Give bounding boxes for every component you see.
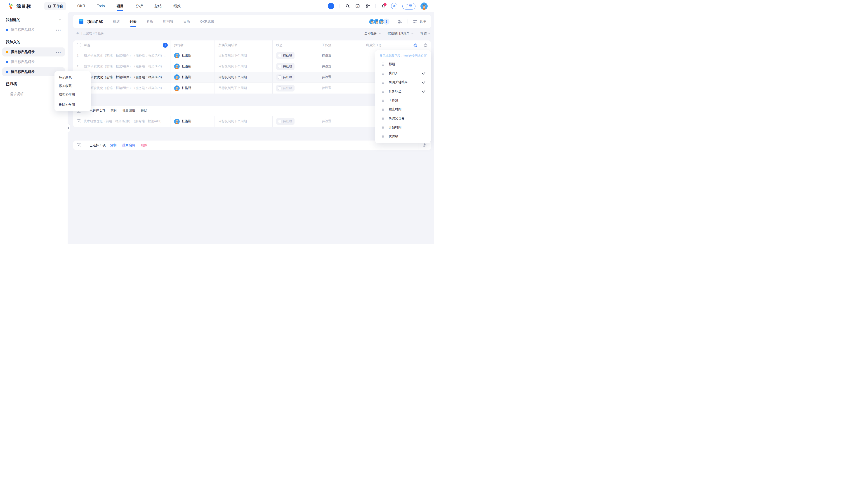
status-checkbox[interactable] (278, 75, 281, 79)
status-pill[interactable]: 待处理 (276, 74, 294, 80)
field-item-executor[interactable]: 执行人 (375, 69, 431, 78)
user-avatar[interactable] (421, 2, 428, 10)
sidebar-collapse-button[interactable] (67, 124, 70, 132)
drag-handle-icon[interactable] (382, 108, 384, 111)
notification-dot (384, 3, 386, 6)
field-panel-hint: 显示或隐藏字段，拖动改变列表位置 (375, 53, 431, 60)
drag-handle-icon[interactable] (382, 99, 384, 102)
status-checkbox[interactable] (278, 87, 281, 90)
menu-item-add-favorite[interactable]: 添加收藏 (55, 82, 91, 90)
field-item-key-result[interactable]: 所属关键结果 (375, 78, 431, 87)
add-member-icon[interactable] (365, 4, 370, 8)
task-filter-dropdown[interactable]: 全部任务 (364, 31, 381, 35)
delete-button[interactable]: 删除 (141, 109, 147, 113)
workflow-value[interactable]: 待设置 (322, 54, 331, 58)
status-pill[interactable]: 待处理 (276, 52, 294, 59)
tab-calendar[interactable]: 日历 (183, 15, 190, 28)
status-checkbox[interactable] (278, 120, 281, 123)
filter-dropdown[interactable]: 筛选 (421, 31, 431, 35)
drag-handle-icon[interactable] (382, 90, 384, 93)
invite-button[interactable]: 邀 (391, 3, 397, 9)
tab-overview[interactable]: 概述 (113, 15, 120, 28)
sliders-icon[interactable] (413, 19, 418, 24)
circle-label: 源目标产品研发 (11, 28, 35, 32)
nav-analysis[interactable]: 分析 (135, 0, 143, 12)
column-settings-icon-active[interactable] (413, 43, 417, 47)
drag-handle-icon[interactable] (382, 135, 384, 138)
field-item-workflow[interactable]: 工作流 (375, 96, 431, 105)
select-all-checkbox[interactable] (77, 43, 81, 47)
status-checkbox[interactable] (278, 65, 281, 68)
tab-list[interactable]: 列表 (130, 15, 136, 28)
tab-okr-results[interactable]: OKR成果 (200, 15, 214, 28)
calendar-icon[interactable]: 7 (355, 4, 360, 8)
field-item-title[interactable]: 标题 (375, 60, 431, 69)
bulk-edit-button[interactable]: 批量编辑 (123, 109, 135, 113)
workspace-button[interactable]: 工作台 (44, 2, 66, 10)
app-logo[interactable]: 源目标 (8, 3, 31, 9)
field-item-start-time[interactable]: 开始时间 (375, 123, 431, 132)
field-item-priority[interactable]: 优先级 (375, 132, 431, 141)
create-button[interactable]: + (328, 3, 334, 9)
member-avatars[interactable]: 3 (369, 19, 390, 25)
add-task-button[interactable]: + (163, 43, 168, 48)
nav-todo[interactable]: Todo (97, 1, 105, 11)
tab-board[interactable]: 看板 (147, 15, 153, 28)
task-title[interactable]: 技术研发优化（前端：框架/组件）（服务端：框架/API）... (84, 119, 166, 123)
topbar: 源目标 工作台 OKR Todo 项目 分析 总结 绩效 + 7 (0, 0, 434, 12)
section-title: 我创建的 (6, 18, 20, 22)
field-item-due-time[interactable]: 截止时间 (375, 105, 431, 114)
tab-timeline[interactable]: 时间轴 (163, 15, 174, 28)
drag-handle-icon[interactable] (382, 117, 384, 120)
copy-button[interactable]: 复制 (110, 143, 117, 147)
nav-summary[interactable]: 总结 (154, 0, 162, 12)
status-pill[interactable]: 待处理 (276, 63, 294, 70)
status-pill[interactable]: 待处理 (276, 85, 294, 92)
workflow-value[interactable]: 待设置 (322, 64, 331, 68)
menu-item-mark-color[interactable]: 标记颜色 (55, 73, 91, 82)
nav-project[interactable]: 项目 (116, 0, 124, 12)
sidebar-item-circle[interactable]: 源目标产品研发 ●●● (2, 47, 65, 57)
bulk-edit-button[interactable]: 批量编辑 (123, 143, 135, 147)
sort-dropdown[interactable]: 按创建日期最早 (388, 31, 414, 35)
upgrade-label: 升级 (406, 4, 412, 8)
sidebar-item-circle[interactable]: 源目标产品研发 ●●● (2, 25, 65, 34)
workflow-value[interactable]: 待设置 (322, 119, 331, 123)
check-icon (422, 71, 426, 75)
task-title[interactable]: 技术研发优化（前端：框架/组件）（服务端：框架/API）... (84, 64, 166, 68)
copy-button[interactable]: 复制 (110, 109, 117, 113)
drag-handle-icon[interactable] (382, 80, 384, 84)
col-key-result: 所属关键结果 (218, 43, 237, 47)
task-title[interactable]: 技术研发优化（前端：框架/组件）（服务端：框架/API）... (84, 54, 166, 58)
status-pill[interactable]: 待处理 (276, 118, 294, 125)
field-item-task-status[interactable]: 任务状态 (375, 87, 431, 96)
col-executor: 执行者 (174, 43, 184, 47)
nav-performance[interactable]: 绩效 (174, 0, 181, 12)
notifications-button[interactable] (381, 4, 386, 8)
home-icon (48, 4, 52, 8)
field-item-parent-task[interactable]: 所属父任务 (375, 114, 431, 123)
menu-item-delete-circle[interactable]: 删除协作圈 (55, 101, 91, 109)
workflow-value[interactable]: 待设置 (322, 86, 331, 90)
add-circle-icon[interactable]: + (59, 18, 61, 23)
drag-handle-icon[interactable] (382, 63, 384, 66)
members-icon[interactable] (397, 19, 403, 24)
menu-button[interactable]: 菜单 (420, 20, 426, 24)
row-checkbox[interactable] (77, 119, 81, 123)
more-icon[interactable]: ●●● (56, 51, 61, 53)
status-checkbox[interactable] (278, 54, 281, 57)
selected-checkbox[interactable] (77, 143, 81, 147)
nav-okr[interactable]: OKR (77, 1, 85, 11)
more-icon[interactable]: ●●● (56, 29, 61, 31)
search-icon[interactable] (345, 4, 350, 8)
delete-button[interactable]: 删除 (141, 143, 147, 147)
task-title[interactable]: 技术研发优化（前端：框架/组件）（服务端：框架/API）... (84, 86, 166, 90)
task-title[interactable]: 技术研发优化（前端：框架/组件）（服务端：框架/API）... (84, 75, 166, 79)
workflow-value[interactable]: 待设置 (322, 75, 331, 79)
upgrade-button[interactable]: 升级 (402, 3, 415, 9)
drag-handle-icon[interactable] (382, 72, 384, 75)
menu-item-archive-circle[interactable]: 归档协作圈 (55, 90, 91, 99)
drag-handle-icon[interactable] (382, 126, 384, 129)
sidebar-item-circle[interactable]: 源目标产品研发 (2, 57, 65, 66)
table-settings-icon[interactable] (423, 43, 428, 47)
